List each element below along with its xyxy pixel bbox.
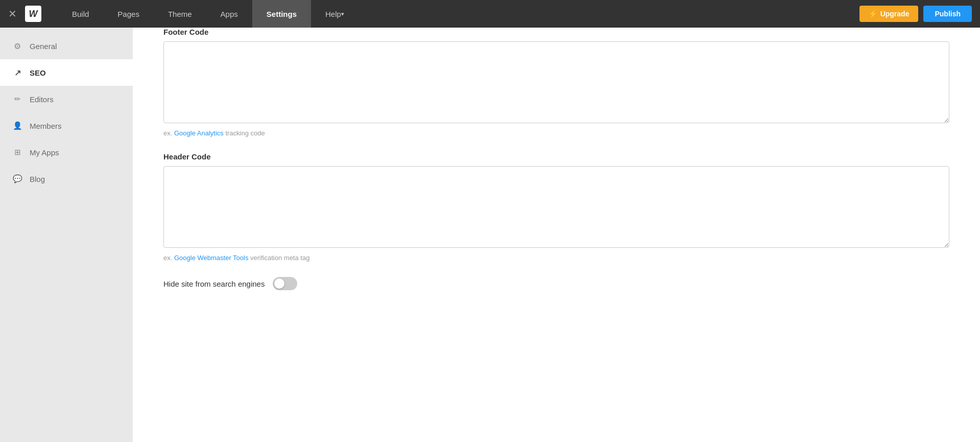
- sidebar-item-my-apps[interactable]: My Apps: [0, 139, 133, 166]
- google-webmaster-tools-link[interactable]: Google Webmaster Tools: [174, 254, 248, 262]
- sidebar-item-seo[interactable]: SEO: [0, 59, 133, 86]
- hide-search-row: Hide site from search engines: [163, 277, 949, 290]
- footer-hint-prefix: ex.: [163, 129, 174, 137]
- header-code-label: Header Code: [163, 152, 949, 161]
- sidebar-label-blog: Blog: [30, 175, 45, 183]
- hide-search-toggle[interactable]: [273, 277, 297, 290]
- chart-icon: [12, 67, 22, 78]
- sidebar-item-editors[interactable]: Editors: [0, 86, 133, 112]
- bolt-icon: ⚡: [869, 10, 877, 18]
- logo-w: W: [25, 6, 41, 22]
- nav-help[interactable]: Help: [311, 0, 358, 28]
- toggle-knob: [274, 278, 284, 289]
- sidebar-label-general: General: [30, 42, 57, 51]
- nav-pages[interactable]: Pages: [103, 0, 154, 28]
- sidebar-label-editors: Editors: [30, 95, 54, 104]
- close-button[interactable]: ✕: [8, 8, 17, 20]
- publish-button[interactable]: Publish: [923, 6, 972, 22]
- nav-theme[interactable]: Theme: [154, 0, 206, 28]
- main-content: Footer Code ex. Google Analytics trackin…: [133, 28, 980, 442]
- header-hint-suffix: verification meta tag: [248, 254, 309, 262]
- chat-icon: [12, 174, 22, 184]
- nav-links: Build Pages Theme Apps Settings Help: [58, 0, 859, 28]
- footer-code-input[interactable]: [163, 41, 949, 123]
- logo: W: [25, 6, 41, 22]
- pencil-icon: [12, 94, 22, 104]
- nav-build[interactable]: Build: [58, 0, 103, 28]
- footer-code-label: Footer Code: [163, 28, 949, 36]
- nav-settings[interactable]: Settings: [252, 0, 311, 28]
- gear-icon: [12, 41, 22, 51]
- nav-actions: ⚡ Upgrade Publish: [859, 6, 972, 22]
- sidebar-item-members[interactable]: Members: [0, 112, 133, 139]
- sidebar: General SEO Editors Members My Apps Blog: [0, 28, 133, 442]
- sidebar-item-general[interactable]: General: [0, 33, 133, 59]
- header-code-input[interactable]: [163, 166, 949, 248]
- hide-search-label: Hide site from search engines: [163, 280, 265, 288]
- upgrade-button[interactable]: ⚡ Upgrade: [859, 6, 919, 22]
- header-hint-prefix: ex.: [163, 254, 174, 262]
- google-analytics-link[interactable]: Google Analytics: [174, 129, 224, 137]
- sidebar-label-my-apps: My Apps: [30, 148, 59, 157]
- header-code-hint: ex. Google Webmaster Tools verification …: [163, 254, 949, 262]
- layout: General SEO Editors Members My Apps Blog…: [0, 28, 980, 442]
- footer-code-hint: ex. Google Analytics tracking code: [163, 129, 949, 137]
- sidebar-label-seo: SEO: [30, 68, 46, 77]
- sidebar-label-members: Members: [30, 122, 62, 130]
- person-icon: [12, 121, 22, 131]
- grid-icon: [12, 147, 22, 157]
- top-nav: ✕ W Build Pages Theme Apps Settings Help…: [0, 0, 980, 28]
- sidebar-item-blog[interactable]: Blog: [0, 166, 133, 192]
- nav-apps[interactable]: Apps: [206, 0, 252, 28]
- footer-hint-suffix: tracking code: [224, 129, 265, 137]
